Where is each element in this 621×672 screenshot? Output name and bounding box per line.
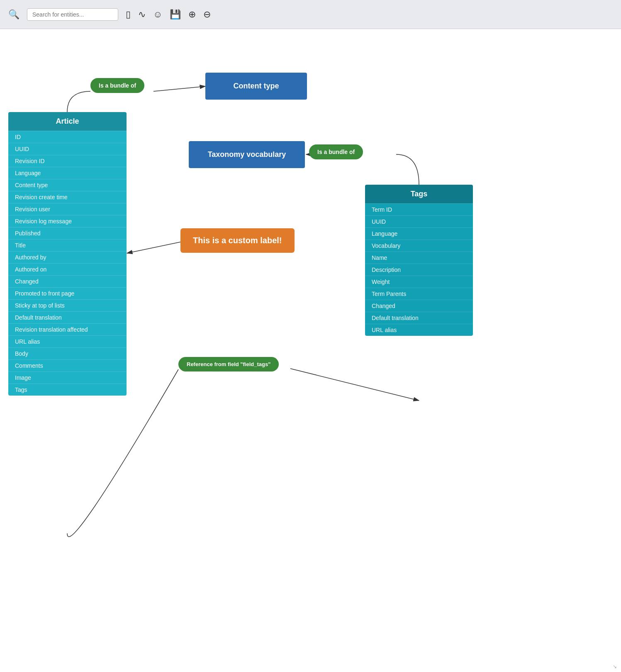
field-revision-user: Revision user [8, 203, 127, 215]
field-comments: Comments [8, 359, 127, 371]
face-icon[interactable]: ☺ [153, 9, 162, 20]
tag-field-language: Language [365, 227, 473, 239]
reference-label-box[interactable]: Reference from field "field_tags" [178, 357, 279, 371]
resize-handle[interactable]: ↘ [613, 664, 618, 669]
tag-field-vocabulary: Vocabulary [365, 239, 473, 252]
field-image: Image [8, 371, 127, 384]
toolbar: 🔍 ▯ ∿ ☺ 💾 ⊕ ⊖ [0, 0, 621, 29]
tag-field-changed: Changed [365, 300, 473, 312]
field-language: Language [8, 167, 127, 179]
field-content-type: Content type [8, 179, 127, 191]
taxonomy-vocabulary-box[interactable]: Taxonomy vocabulary [189, 141, 305, 168]
field-revision-id: Revision ID [8, 155, 127, 167]
tag-field-term-parents: Term Parents [365, 288, 473, 300]
custom-label-box[interactable]: This is a custom label! [180, 228, 295, 253]
field-revision-translation-affected: Revision translation affected [8, 323, 127, 335]
field-title: Title [8, 239, 127, 251]
field-id: ID [8, 131, 127, 143]
save-icon[interactable]: 💾 [170, 9, 181, 20]
field-published: Published [8, 227, 127, 239]
field-body: Body [8, 347, 127, 359]
search-icon[interactable]: 🔍 [8, 9, 19, 20]
content-type-label: Content type [234, 82, 279, 90]
article-fields: ID UUID Revision ID Language Content typ… [8, 131, 127, 396]
article-header: Article [8, 112, 127, 131]
article-entity-box[interactable]: Article ID UUID Revision ID Language Con… [8, 112, 127, 396]
tags-fields: Term ID UUID Language Vocabulary Name De… [365, 203, 473, 336]
taxonomy-vocabulary-label: Taxonomy vocabulary [208, 150, 286, 159]
content-type-box[interactable]: Content type [205, 73, 307, 100]
tag-field-description: Description [365, 264, 473, 276]
field-revision-log-message: Revision log message [8, 215, 127, 227]
tag-field-term-id: Term ID [365, 203, 473, 215]
field-promoted-front-page: Promoted to front page [8, 287, 127, 299]
field-sticky-top-lists: Sticky at top of lists [8, 299, 127, 311]
field-changed: Changed [8, 275, 127, 287]
bundle-label-2[interactable]: Is a bundle of [309, 144, 363, 159]
tag-field-name: Name [365, 252, 473, 264]
field-uuid: UUID [8, 143, 127, 155]
zoom-in-icon[interactable]: ⊕ [188, 9, 196, 20]
svg-line-1 [153, 86, 205, 91]
canvas: Content type Taxonomy vocabulary Is a bu… [0, 29, 621, 672]
tag-icon[interactable]: ▯ [126, 9, 131, 20]
field-authored-on: Authored on [8, 263, 127, 275]
field-url-alias: URL alias [8, 335, 127, 347]
field-revision-create-time: Revision create time [8, 191, 127, 203]
bundle-label-1[interactable]: Is a bundle of [90, 78, 144, 93]
svg-line-4 [290, 369, 419, 401]
analytics-icon[interactable]: ∿ [138, 9, 146, 20]
svg-line-3 [127, 242, 180, 253]
field-default-translation: Default translation [8, 311, 127, 323]
field-authored-by: Authored by [8, 251, 127, 263]
search-input[interactable] [27, 8, 118, 21]
tag-field-url-alias: URL alias [365, 324, 473, 336]
zoom-out-icon[interactable]: ⊖ [203, 9, 211, 20]
tag-field-weight: Weight [365, 276, 473, 288]
tags-header: Tags [365, 185, 473, 203]
tags-entity-box[interactable]: Tags Term ID UUID Language Vocabulary Na… [365, 185, 473, 336]
field-tags: Tags [8, 384, 127, 396]
tag-field-uuid: UUID [365, 215, 473, 227]
tag-field-default-translation: Default translation [365, 312, 473, 324]
